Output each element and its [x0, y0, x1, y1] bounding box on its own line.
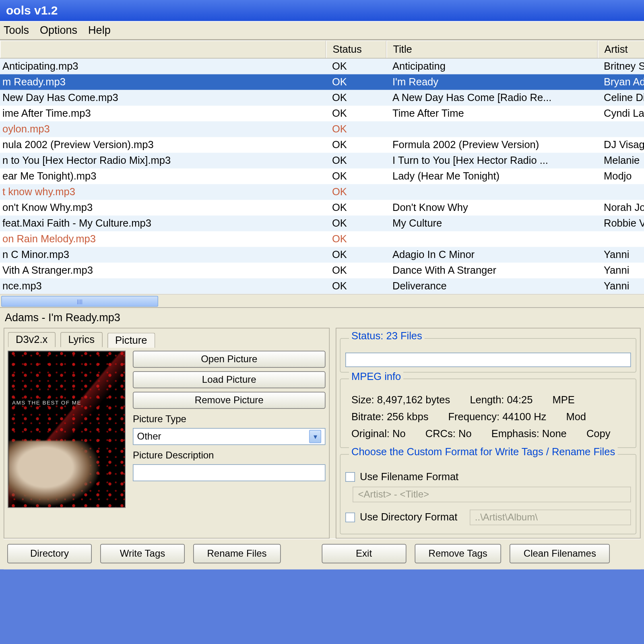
rename-files-button[interactable]: Rename Files	[193, 544, 281, 564]
table-row[interactable]: t know why.mp3OK	[0, 184, 644, 200]
cell-title: Dance With A Stranger	[386, 264, 598, 277]
picture-type-label: Picture Type	[133, 414, 326, 425]
cell-file: ear Me Tonight).mp3	[0, 170, 326, 182]
menu-bar: Tools Options Help	[0, 21, 644, 40]
table-row[interactable]: New Day Has Come.mp3OKA New Day Has Come…	[0, 90, 644, 106]
col-artist[interactable]: Artist	[598, 41, 644, 58]
cell-title: Time After Time	[386, 107, 598, 120]
table-body: Anticipating.mp3OKAnticipatingBritney Sm…	[0, 59, 644, 294]
cell-artist: Modjo	[598, 170, 644, 182]
cell-artist: Yanni	[598, 249, 644, 261]
table-row[interactable]: Anticipating.mp3OKAnticipatingBritney S	[0, 59, 644, 74]
cell-status: OK	[326, 264, 386, 277]
write-tags-button[interactable]: Write Tags	[100, 544, 185, 564]
cell-file: feat.Maxi Faith - My Culture.mp3	[0, 217, 326, 229]
details-panel: Adams - I'm Ready.mp3 D3v2.x Lyrics Pict…	[0, 308, 644, 570]
cell-file: t know why.mp3	[0, 186, 326, 198]
cell-file: ime After Time.mp3	[0, 107, 326, 120]
exit-button[interactable]: Exit	[322, 544, 406, 564]
file-list: Status Title Artist Anticipating.mp3OKAn…	[0, 40, 644, 308]
status-progress	[345, 353, 631, 367]
table-row[interactable]: oylon.mp3OK	[0, 122, 644, 137]
picture-type-combo[interactable]: Other ▾	[133, 428, 326, 445]
album-art-preview: AMS THE BEST OF ME	[8, 351, 126, 508]
tag-editor-panel: D3v2.x Lyrics Picture AMS THE BEST OF ME…	[4, 328, 330, 539]
remove-picture-button[interactable]: Remove Picture	[133, 392, 326, 409]
use-directory-checkbox[interactable]	[345, 513, 355, 522]
menu-tools[interactable]: Tools	[4, 24, 29, 37]
cell-status: OK	[326, 139, 386, 151]
cell-file: New Day Has Come.mp3	[0, 92, 326, 104]
cell-artist: Yanni	[598, 264, 644, 277]
cell-status: OK	[326, 217, 386, 229]
cell-status: OK	[326, 186, 386, 198]
cell-file: nula 2002 (Preview Version).mp3	[0, 139, 326, 151]
cell-artist: Melanie	[598, 155, 644, 167]
cell-title: Deliverance	[386, 280, 598, 292]
table-row[interactable]: nce.mp3OKDeliveranceYanni	[0, 279, 644, 294]
table-row[interactable]: nula 2002 (Preview Version).mp3OKFormula…	[0, 137, 644, 153]
cell-status: OK	[326, 280, 386, 292]
mpeg-title: MPEG info	[349, 371, 403, 383]
directory-button[interactable]: Directory	[7, 544, 92, 564]
chevron-down-icon[interactable]: ▾	[309, 430, 321, 443]
info-panel: Status: 23 Files MPEG info Size: 8,497,1…	[336, 328, 641, 539]
cell-file: on Rain Melody.mp3	[0, 233, 326, 245]
cell-artist: DJ Visag	[598, 139, 644, 151]
picture-desc-label: Picture Description	[133, 450, 326, 461]
cell-status: OK	[326, 202, 386, 214]
cell-status: OK	[326, 60, 386, 72]
table-row[interactable]: feat.Maxi Faith - My Culture.mp3OKMy Cul…	[0, 216, 644, 231]
cell-status: OK	[326, 170, 386, 182]
table-row[interactable]: on Rain Melody.mp3OK	[0, 231, 644, 247]
table-row[interactable]: n to You [Hex Hector Radio Mix].mp3OKI T…	[0, 153, 644, 169]
cell-artist: Yanni	[598, 280, 644, 292]
tab-id3v2[interactable]: D3v2.x	[8, 332, 56, 347]
status-label: Status: 23 Files	[349, 330, 425, 343]
status-group: Status: 23 Files	[340, 338, 637, 373]
action-buttons: Directory Write Tags Rename Files Exit R…	[4, 539, 641, 570]
picture-desc-input[interactable]	[133, 464, 326, 481]
cell-status: OK	[326, 249, 386, 261]
cell-title: Anticipating	[386, 60, 598, 72]
cell-title: A New Day Has Come [Radio Re...	[386, 92, 598, 104]
table-row[interactable]: Vith A Stranger.mp3OKDance With A Strang…	[0, 263, 644, 279]
menu-options[interactable]: Options	[40, 24, 77, 37]
table-row[interactable]: ime After Time.mp3OKTime After TimeCyndi…	[0, 106, 644, 122]
load-picture-button[interactable]: Load Picture	[133, 372, 326, 388]
remove-tags-button[interactable]: Remove Tags	[415, 544, 501, 564]
use-filename-label: Use Filename Format	[360, 471, 458, 483]
cell-artist: Robbie V	[598, 217, 644, 229]
tab-picture[interactable]: Picture	[107, 333, 155, 348]
table-row[interactable]: on't Know Why.mp3OKDon't Know WhyNorah J…	[0, 200, 644, 216]
cell-title: Adagio In C Minor	[386, 249, 598, 261]
cell-artist: Britney S	[598, 60, 644, 72]
scrollbar-thumb[interactable]: ||||	[1, 295, 158, 306]
cell-status: OK	[326, 155, 386, 167]
menu-help[interactable]: Help	[88, 24, 111, 37]
clean-filenames-button[interactable]: Clean Filenames	[510, 544, 610, 564]
cell-file: oylon.mp3	[0, 123, 326, 135]
cell-file: Vith A Stranger.mp3	[0, 264, 326, 277]
col-status[interactable]: Status	[326, 41, 386, 58]
cell-title: Don't Know Why	[386, 202, 598, 214]
cell-file: on't Know Why.mp3	[0, 202, 326, 214]
cell-file: m Ready.mp3	[0, 76, 326, 88]
directory-format-input[interactable]: ..\Artist\Album\	[469, 510, 631, 525]
cell-file: n to You [Hex Hector Radio Mix].mp3	[0, 155, 326, 167]
col-title[interactable]: Title	[386, 41, 598, 58]
tab-lyrics[interactable]: Lyrics	[60, 332, 103, 347]
table-row[interactable]: n C Minor.mp3OKAdagio In C MinorYanni	[0, 247, 644, 263]
table-row[interactable]: ear Me Tonight).mp3OKLady (Hear Me Tonig…	[0, 169, 644, 184]
use-filename-checkbox[interactable]	[345, 472, 355, 482]
cell-artist: Cyndi La	[598, 107, 644, 120]
cell-title: Formula 2002 (Preview Version)	[386, 139, 598, 151]
filename-format-input[interactable]: <Artist> - <Title>	[353, 487, 631, 502]
format-title: Choose the Custom Format for Write Tags …	[349, 446, 617, 458]
open-picture-button[interactable]: Open Picture	[133, 351, 326, 368]
cell-artist: Bryan Ad	[598, 76, 644, 88]
cell-file: n C Minor.mp3	[0, 249, 326, 261]
horizontal-scrollbar[interactable]: ||||	[0, 294, 644, 308]
col-file[interactable]	[0, 41, 326, 58]
table-row[interactable]: m Ready.mp3OKI'm ReadyBryan Ad	[0, 74, 644, 90]
